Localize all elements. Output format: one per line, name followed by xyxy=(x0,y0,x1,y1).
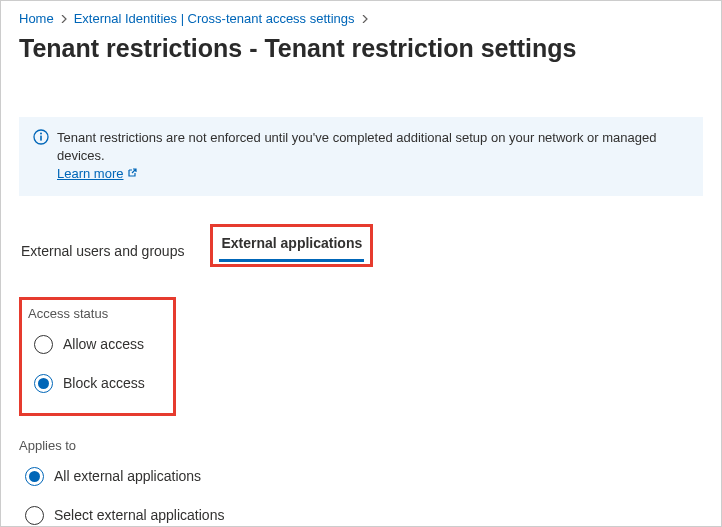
svg-point-1 xyxy=(40,133,42,135)
radio-allow-access[interactable]: Allow access xyxy=(34,335,145,354)
applies-to-label: Applies to xyxy=(19,438,703,453)
learn-more-link[interactable]: Learn more xyxy=(57,165,137,183)
highlight-tab-apps: External applications xyxy=(210,224,373,267)
svg-rect-2 xyxy=(40,136,42,141)
radio-icon xyxy=(34,374,53,393)
external-link-icon xyxy=(127,167,137,182)
radio-label: Block access xyxy=(63,375,145,391)
breadcrumb: Home External Identities | Cross-tenant … xyxy=(19,11,703,26)
tab-external-applications[interactable]: External applications xyxy=(219,229,364,262)
tab-external-users[interactable]: External users and groups xyxy=(19,237,186,267)
radio-block-access[interactable]: Block access xyxy=(34,374,145,393)
chevron-right-icon xyxy=(60,13,68,25)
info-icon xyxy=(33,129,49,184)
radio-label: Select external applications xyxy=(54,507,224,523)
radio-icon xyxy=(25,467,44,486)
highlight-access-status: Access status Allow access Block access xyxy=(19,297,176,416)
radio-select-external-apps[interactable]: Select external applications xyxy=(25,506,703,525)
access-status-label: Access status xyxy=(28,306,145,321)
access-status-group: Allow access Block access xyxy=(34,335,145,393)
breadcrumb-external-identities[interactable]: External Identities | Cross-tenant acces… xyxy=(74,11,355,26)
info-banner: Tenant restrictions are not enforced unt… xyxy=(19,117,703,196)
info-text: Tenant restrictions are not enforced unt… xyxy=(57,130,656,163)
radio-icon xyxy=(34,335,53,354)
radio-icon xyxy=(25,506,44,525)
chevron-right-icon xyxy=(361,13,369,25)
page-title: Tenant restrictions - Tenant restriction… xyxy=(19,34,703,63)
applies-to-group: All external applications Select externa… xyxy=(25,467,703,525)
radio-label: Allow access xyxy=(63,336,144,352)
radio-label: All external applications xyxy=(54,468,201,484)
radio-all-external-apps[interactable]: All external applications xyxy=(25,467,703,486)
breadcrumb-home[interactable]: Home xyxy=(19,11,54,26)
tabs: External users and groups External appli… xyxy=(19,224,703,267)
